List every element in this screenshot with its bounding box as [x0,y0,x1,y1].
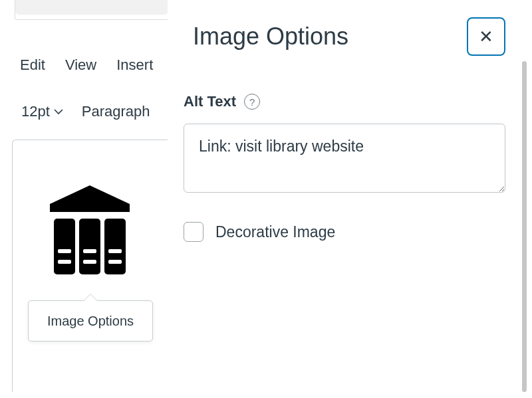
panel-title: Image Options [193,23,348,50]
close-button[interactable]: ✕ [467,17,505,56]
decorative-image-row: Decorative Image [168,222,532,242]
library-image[interactable] [37,175,146,286]
svg-rect-7 [83,260,96,264]
alt-text-label-row: Alt Text ? [184,93,505,110]
chevron-down-icon [54,107,63,117]
decorative-image-label: Decorative Image [215,223,335,241]
help-icon[interactable]: ? [244,94,260,110]
svg-rect-9 [108,260,122,264]
title-input-placeholder [15,0,168,15]
editor-toolbar: 12pt Paragraph [21,103,150,120]
alt-text-input[interactable] [184,124,505,193]
font-size-value: 12pt [21,103,50,120]
svg-rect-8 [108,249,122,253]
menu-edit[interactable]: Edit [20,56,45,74]
title-input-remnant [15,0,169,20]
scrollbar[interactable] [522,61,527,392]
close-icon: ✕ [479,27,493,47]
panel-header: Image Options ✕ [168,0,532,56]
decorative-image-checkbox[interactable] [184,222,203,242]
svg-rect-6 [83,249,96,253]
image-options-panel: Image Options ✕ Alt Text ? Decorative Im… [168,0,532,398]
alt-text-label: Alt Text [184,93,236,110]
svg-rect-3 [104,219,126,274]
block-format-value: Paragraph [82,103,150,120]
font-size-select[interactable]: 12pt [21,103,63,120]
image-options-popover[interactable]: Image Options [28,300,153,342]
svg-rect-4 [58,249,71,253]
menu-insert[interactable]: Insert [116,56,153,74]
alt-text-field: Alt Text ? [168,93,532,195]
editor-canvas[interactable] [12,140,170,392]
svg-rect-5 [58,260,71,264]
block-format-select[interactable]: Paragraph [82,103,150,120]
svg-rect-1 [54,219,75,274]
menu-view[interactable]: View [65,56,96,74]
image-options-popover-label: Image Options [47,314,134,329]
editor-menubar: Edit View Insert [20,56,153,74]
svg-marker-0 [50,185,130,212]
svg-rect-2 [79,219,100,274]
